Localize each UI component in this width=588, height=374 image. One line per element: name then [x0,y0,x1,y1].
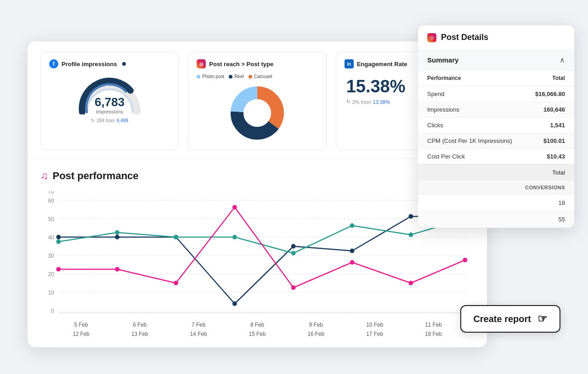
svg-point-34 [56,235,61,239]
svg-text:13 Feb: 13 Feb [131,331,148,337]
chevron-up-icon: ∧ [560,56,565,64]
svg-point-45 [232,235,237,239]
second-table: CONVERSIONS 18 55 [418,181,574,228]
summary-header[interactable]: Summary ∧ [418,50,574,70]
donut-container [197,84,317,142]
svg-point-39 [350,249,355,253]
svg-text:6 Feb: 6 Feb [133,322,147,328]
panel-header: ◎ Post Details [418,25,574,50]
svg-text:9 Feb: 9 Feb [309,322,323,328]
svg-point-56 [408,281,413,285]
svg-text:40: 40 [48,234,54,241]
svg-point-50 [56,267,61,272]
gauge-sub: ↻ 284 from 6,499 [91,118,128,123]
svg-point-37 [232,301,237,306]
post-reach-card: ◎ Post reach > Post type Photo post Reel… [188,51,326,150]
svg-point-38 [291,244,296,249]
line-chart-svg: 0 10 20 30 40 50 60 70 5 Feb 6 Feb 7 Feb… [40,191,474,338]
cursor-icon: ☞ [537,312,548,325]
svg-text:16 Feb: 16 Feb [307,331,324,337]
col-performance: Performance [418,70,525,86]
svg-text:15 Feb: 15 Feb [249,331,266,337]
svg-text:7 Feb: 7 Feb [192,322,206,328]
table-row: CPM (Cost Per 1K Impressions) $100.01 [418,133,574,149]
svg-text:20: 20 [48,271,54,278]
col-total: Total [525,70,574,86]
conversions-col-header: CONVERSIONS [456,181,574,195]
svg-text:60: 60 [48,198,54,204]
profile-impressions-card: f Profile impressions [40,51,179,150]
instagram-icon: ◎ [197,59,206,68]
table-row: Impressions 160,646 [418,102,574,118]
svg-point-48 [408,232,413,237]
svg-text:5 Feb: 5 Feb [74,322,88,328]
legend-reel: Reel [229,74,244,79]
summary-label: Summary [427,56,458,64]
table-row: Spend $16,066.80 [418,86,574,102]
engagement-rate-value: 15.38% [346,78,406,95]
status-dot [122,62,126,66]
svg-point-47 [350,223,355,228]
legend-row: Photo post Reel Carousel [197,74,317,79]
svg-point-46 [291,251,296,255]
second-table-header: Total [418,164,574,181]
svg-point-44 [174,235,178,239]
gauge-value: 6,783 impressions [95,96,124,114]
svg-point-54 [291,285,296,290]
svg-point-43 [115,230,119,235]
svg-text:10: 10 [48,289,54,296]
svg-point-40 [408,214,413,219]
svg-point-55 [350,260,355,265]
svg-point-52 [174,281,178,285]
svg-text:0: 0 [51,308,54,314]
legend-photo-post: Photo post [197,74,224,79]
create-report-label: Create report [473,314,531,324]
panel-ig-icon: ◎ [427,33,436,42]
svg-text:30: 30 [48,253,54,259]
summary-section: Summary ∧ Performance Total Spend $16,06… [418,50,574,228]
svg-text:14 Feb: 14 Feb [190,331,207,337]
engagement-sub: ↻ 2% from 13.38% [346,99,390,105]
svg-text:17 Feb: 17 Feb [366,331,383,337]
svg-point-57 [463,258,467,262]
facebook-icon: f [49,59,58,68]
gauge-wrapper: 6,783 impressions [78,78,142,114]
svg-text:50: 50 [48,216,54,222]
perf-icon: ♫ [40,170,48,182]
svg-text:12 Feb: 12 Feb [73,331,90,337]
legend-carousel: Carousel [249,74,272,79]
donut-svg [230,85,285,141]
perf-header: ♫ Post performance ? ⚙ [40,168,474,184]
panel-title: Post Details [441,33,488,42]
svg-point-53 [232,205,237,210]
svg-text:10 Feb: 10 Feb [366,322,383,328]
create-report-button[interactable]: Create report ☞ [460,305,560,333]
perf-title: ♫ Post performance [40,170,139,182]
svg-point-3 [243,99,271,127]
summary-table: Performance Total Spend $16,066.80 Impre… [418,70,574,164]
svg-point-35 [115,235,119,239]
post-details-panel: ◎ Post Details Summary ∧ Performance Tot… [418,25,574,228]
chart-area: 0 10 20 30 40 50 60 70 5 Feb 6 Feb 7 Feb… [40,191,474,338]
impressions-number: 6,783 [95,96,124,108]
metric-header-reach: ◎ Post reach > Post type [197,59,317,68]
gauge-container: 6,783 impressions ↻ 284 from 6,499 [49,74,170,123]
svg-text:70: 70 [48,191,54,195]
svg-point-51 [115,267,119,272]
metric-header-impressions: f Profile impressions [49,59,170,68]
svg-text:11 Feb: 11 Feb [425,322,442,328]
table-row: 55 [418,211,574,228]
impressions-label: impressions [95,109,124,114]
svg-text:8 Feb: 8 Feb [250,322,265,328]
linkedin-icon: in [345,59,354,68]
table-row: Clicks 1,541 [418,118,574,133]
table-row: 18 [418,195,574,211]
svg-text:18 Feb: 18 Feb [425,331,442,337]
table-row: Cost Per Click $10.43 [418,149,574,164]
svg-point-42 [56,239,61,244]
